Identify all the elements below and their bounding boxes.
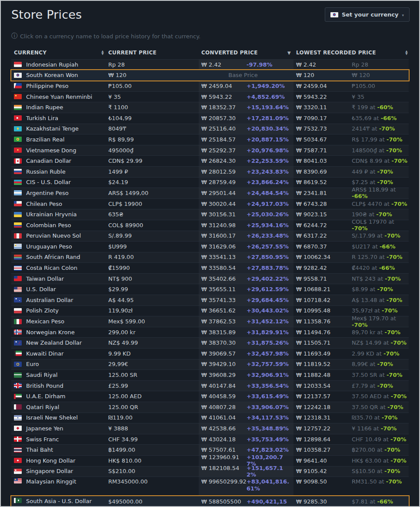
currency-name-link[interactable]: Israeli New Shekel: [26, 414, 78, 421]
table-row[interactable]: Vietnamese Dong 495000₫ ₩ 25292.37 +20,9…: [11, 145, 409, 156]
table-row[interactable]: Argentine Peso ARS$ 1499,00 ₩ 29501.44 +…: [11, 188, 409, 198]
currency-name-link[interactable]: British Pound: [26, 383, 63, 389]
currency-name-link[interactable]: Vietnamese Dong: [26, 147, 77, 154]
table-row[interactable]: New Zealand Dollar NZ$ 49.99 ₩ 38370.30 …: [11, 337, 409, 348]
currency-name-link[interactable]: Euro: [26, 361, 39, 367]
table-row[interactable]: Colombian Peso COL$ 89900 ₩ 31240.98 +25…: [11, 220, 409, 231]
sort-both-icon[interactable]: ▲▼: [405, 50, 408, 55]
country-flag-icon: [14, 201, 22, 206]
table-row[interactable]: Taiwan Dollar NT$ 900 ₩ 35402.66 +29,402…: [11, 273, 409, 284]
table-row[interactable]: British Pound £25.99 ₩ 40147.84 +33,356.…: [11, 380, 409, 391]
table-row[interactable]: U.S. Dollar $29.99 ₩ 35655.11 +29,612.59…: [11, 284, 409, 295]
table-row[interactable]: Australian Dollar A$ 44.95 ₩ 35741.33 +2…: [11, 295, 409, 306]
currency-name-link[interactable]: Kuwaiti Dinar: [26, 350, 63, 357]
table-row[interactable]: Chilean Peso CLP$ 19900 ₩ 30020.44 +24,9…: [11, 198, 409, 209]
table-row[interactable]: South African Rand R 419.00 ₩ 33541.13 +…: [11, 252, 409, 263]
currency-name-link[interactable]: Hong Kong Dollar: [26, 457, 75, 464]
currency-name-link[interactable]: Polish Zloty: [26, 307, 59, 314]
column-header-lowest-price[interactable]: LOWEST RECORDED PRICE ▲▼: [293, 50, 409, 56]
currency-name-link[interactable]: South Korean Won: [26, 72, 78, 78]
current-price: $495000.00: [108, 496, 199, 505]
table-row[interactable]: Indian Rupee ₹ 1100 ₩ 18352.37 +15,193.6…: [11, 102, 409, 113]
converted-price: ₩ 25292.37: [201, 147, 247, 154]
currency-name-link[interactable]: U.A.E. Dirham: [26, 393, 66, 400]
table-row[interactable]: Kuwaiti Dinar 9.99 KD ₩ 39069.57 +32,457…: [11, 348, 409, 359]
table-row[interactable]: Polish Zloty 119,90zł ₩ 36651.62 +30,443…: [11, 306, 409, 316]
table-row[interactable]: South Asia - U.S. Dollar $495000.00 ₩ 58…: [11, 496, 409, 507]
currency-name-link[interactable]: Chilean Peso: [26, 201, 62, 207]
currency-name-link[interactable]: New Zealand Dollar: [26, 339, 82, 346]
table-row[interactable]: Swiss Franc CHF 34.99 ₩ 43024.18 +35,753…: [11, 434, 409, 445]
currency-name-link[interactable]: Peruvian Nuevo Sol: [26, 232, 81, 239]
table-row[interactable]: CIS - U.S. Dollar $24.19 ₩ 28759.49 +23,…: [11, 177, 409, 188]
currency-name-link[interactable]: Norwegian Krone: [26, 329, 75, 336]
currency-name-link[interactable]: Russian Ruble: [26, 168, 66, 175]
currency-name-link[interactable]: South Asia - U.S. Dollar: [26, 498, 92, 504]
currency-name-link[interactable]: Colombian Peso: [26, 222, 71, 228]
table-row[interactable]: Qatari Riyal 125.00 QR ₩ 40807.28 +33,90…: [11, 402, 409, 413]
table-row[interactable]: Costa Rican Colon ₡15990 ₩ 33580.54 +27,…: [11, 262, 409, 273]
table-row[interactable]: Uruguayan Peso $U999 ₩ 31629.06 +26,257.…: [11, 241, 409, 252]
currency-name-link[interactable]: Turkish Lira: [26, 115, 58, 121]
currency-name-link[interactable]: Taiwan Dollar: [26, 275, 64, 282]
currency-name-link[interactable]: Japanese Yen: [26, 425, 63, 432]
table-row[interactable]: Philippine Peso ₱105.00 ₩ 2459.04 +1,949…: [11, 81, 409, 91]
currency-name-link[interactable]: U.S. Dollar: [26, 286, 56, 292]
table-row[interactable]: South Korean Won ₩ 120 Base Price ₩ 120 …: [11, 70, 409, 81]
country-flag-icon: [14, 115, 22, 121]
column-header-currency[interactable]: CURRENCY ▲▼: [11, 50, 108, 56]
currency-name-link[interactable]: Uruguayan Peso: [26, 243, 72, 250]
table-row[interactable]: Turkish Lira ₺104,99 ₩ 20857.30 +17,281.…: [11, 113, 409, 124]
table-row[interactable]: Saudi Riyal 125.00 SR ₩ 39608.29 +32,906…: [11, 369, 409, 380]
currency-name-link[interactable]: Malaysian Ringgit: [26, 478, 76, 485]
lowest-recorded-won: ₩ 11819.52: [293, 361, 352, 367]
set-currency-button[interactable]: Set your currency ▾: [325, 7, 410, 22]
currency-name-link[interactable]: Canadian Dollar: [26, 158, 71, 164]
table-row[interactable]: Japanese Yen ¥ 3888 ₩ 42538.66 +35,348.8…: [11, 423, 409, 434]
currency-name-link[interactable]: Costa Rican Colon: [26, 265, 77, 271]
table-row[interactable]: Ukrainian Hryvnia 635₴ ₩ 30156.31 +25,03…: [11, 209, 409, 220]
discount-badge: -70%: [377, 286, 393, 292]
table-row[interactable]: Peruvian Nuevo Sol S/.89.99 ₩ 31600.17 +…: [11, 231, 409, 242]
table-row[interactable]: U.A.E. Dirham 125.00 AED ₩ 40458.59 +33,…: [11, 391, 409, 402]
currency-name-link[interactable]: Swiss Franc: [26, 436, 59, 443]
converted-price: ₩ 182108.54: [201, 465, 247, 478]
currency-name-link[interactable]: Indian Rupee: [26, 104, 63, 111]
currency-name-link[interactable]: Philippine Peso: [26, 83, 69, 89]
lowest-recorded-original: 190₴ at -70%: [352, 211, 409, 218]
currency-name-link[interactable]: South African Rand: [26, 254, 80, 260]
column-header-converted-price[interactable]: CONVERTED PRICE ▼: [199, 50, 293, 56]
currency-name-link[interactable]: Chinese Yuan Renminbi: [26, 94, 92, 100]
currency-name-link[interactable]: Mexican Peso: [26, 318, 64, 325]
table-row[interactable]: Russian Ruble 1499 ₽ ₩ 28012.59 +23,243.…: [11, 166, 409, 177]
currency-name-link[interactable]: Thai Baht: [26, 447, 53, 453]
table-row[interactable]: Hong Kong Dollar HK$ 810.00 ₩ 123960.91 …: [11, 455, 409, 466]
table-row[interactable]: Israeli New Shekel ₪119.00 ₩ 41061.04 +3…: [11, 413, 409, 423]
sort-desc-icon[interactable]: ▼: [287, 50, 291, 55]
table-row[interactable]: Singapore Dollar S$210.00 ₩ 182108.54 +1…: [11, 466, 409, 477]
table-row[interactable]: Brazilian Real R$ 89,99 ₩ 25184.57 +20,8…: [11, 134, 409, 145]
table-row[interactable]: Canadian Dollar CDN$ 29.99 ₩ 26824.30 +2…: [11, 155, 409, 166]
sort-both-icon[interactable]: ▲▼: [101, 50, 104, 55]
currency-name-link[interactable]: Saudi Riyal: [26, 372, 57, 378]
currency-name-link[interactable]: Ukrainian Hryvnia: [26, 211, 77, 218]
table-row[interactable]: Chinese Yuan Renminbi ¥ 35 ₩ 5943.22 +4,…: [11, 91, 409, 102]
currency-name-link[interactable]: Kazakhstani Tenge: [26, 125, 79, 132]
currency-name-link[interactable]: Argentine Peso: [26, 190, 69, 196]
converted-change-percent: +30,443.02%: [247, 307, 290, 314]
currency-name-link[interactable]: CIS - U.S. Dollar: [26, 179, 71, 185]
table-row[interactable]: Thai Baht ฿1499.00 ₩ 57507.61 +47,823.02…: [11, 444, 409, 455]
currency-name-link[interactable]: Australian Dollar: [26, 297, 73, 303]
table-row[interactable]: Euro 29,99€ ₩ 39429.10 +32,757.59% ₩ 118…: [11, 359, 409, 370]
currency-name-link[interactable]: Brazilian Real: [26, 136, 64, 143]
column-header-current-price[interactable]: CURRENT PRICE: [108, 50, 199, 56]
table-row[interactable]: Malaysian Ringgit RM345000.00 ₩ 99650299…: [11, 477, 409, 493]
table-row[interactable]: Mexican Peso Mex$ 599.00 ₩ 37862.53 +31,…: [11, 316, 409, 327]
currency-name-link[interactable]: Qatari Riyal: [26, 404, 59, 410]
table-row[interactable]: Indonesian Rupiah Rp 28 ₩ 2.42 -97.98% ₩…: [11, 59, 409, 70]
table-row[interactable]: Kazakhstani Tenge 8049₸ ₩ 25116.40 +20,8…: [11, 124, 409, 134]
currency-name-link[interactable]: Indonesian Rupiah: [26, 61, 78, 68]
discount-badge: -70%: [376, 211, 392, 218]
currency-name-link[interactable]: Singapore Dollar: [26, 468, 73, 474]
table-row[interactable]: Norwegian Krone 299,00 kr ₩ 38315.89 +31…: [11, 327, 409, 338]
